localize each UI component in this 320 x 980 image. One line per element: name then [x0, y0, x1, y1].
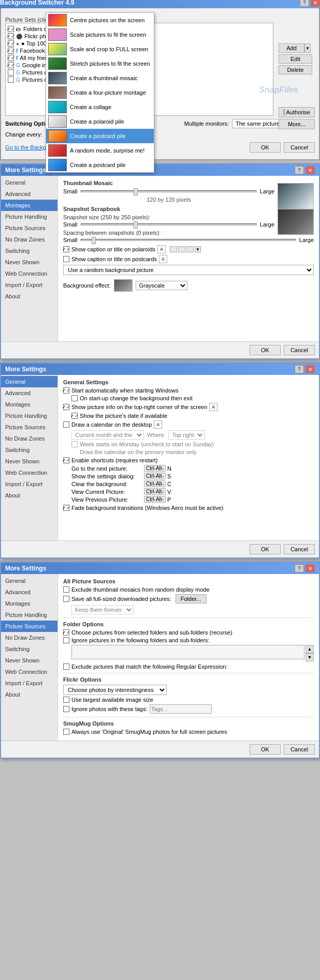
ms-help-montages[interactable]: ? [295, 166, 304, 174]
sidebar-item-import-export-s[interactable]: Import / Export [1, 677, 57, 689]
sidebar-item-advanced-g[interactable]: Advanced [1, 387, 57, 399]
flickr-sort-select[interactable]: Choose photos by interestingness [63, 685, 167, 695]
cb-start-auto[interactable]: ✓ [63, 387, 69, 394]
ms-close-sources[interactable]: ✕ [306, 564, 315, 572]
cb-ignore-tags[interactable] [63, 706, 69, 712]
cb-exclude-regex[interactable] [63, 664, 69, 670]
sidebar-item-picture-handling-g[interactable]: Picture Handling [1, 410, 57, 421]
dropdown-item-mosaic[interactable]: Create a thumbnail mosaic [46, 71, 154, 85]
cb-flickr[interactable]: ✓ [8, 33, 14, 39]
sidebar-item-montages-m[interactable]: Montages [1, 200, 57, 211]
snapshot-size-slider[interactable] [81, 223, 257, 225]
sidebar-item-general-g[interactable]: General [1, 376, 57, 387]
ok-button-main[interactable]: OK [250, 142, 281, 153]
cb-google2[interactable] [8, 77, 14, 83]
keep-forever-select[interactable]: Keep them forever [71, 605, 134, 614]
dropdown-item-centre[interactable]: Centre pictures on the screen [46, 13, 154, 27]
sidebar-item-about-s[interactable]: About [1, 689, 57, 700]
sidebar-item-switching-g[interactable]: Switching [1, 444, 57, 456]
cb-facebook[interactable]: ✓ [8, 48, 14, 54]
cb-flickr-top[interactable]: ✓ [8, 40, 14, 47]
sidebar-item-no-draw-m[interactable]: No Draw Zones [1, 234, 57, 245]
sidebar-item-about-g[interactable]: About [1, 490, 57, 501]
spacing-slider[interactable] [81, 239, 296, 241]
sidebar-item-web-connection-g[interactable]: Web Connection [1, 467, 57, 478]
ms-ok-sources[interactable]: OK [250, 744, 281, 755]
edit-button[interactable]: Edit [279, 54, 312, 64]
sidebar-item-switching-m[interactable]: Switching [1, 245, 57, 257]
sidebar-item-no-draw-g[interactable]: No Draw Zones [1, 433, 57, 444]
dropdown-item-random[interactable]: A random mode, surprise me! [46, 143, 154, 158]
cb-exit-after[interactable] [71, 395, 78, 401]
cb-week-starts[interactable] [71, 441, 78, 447]
ignore-folders-input[interactable] [71, 645, 304, 659]
folder-arrow-down[interactable]: ▼ [306, 653, 314, 661]
delete-button[interactable]: Delete [279, 65, 312, 74]
ms-close-montages[interactable]: ✕ [306, 166, 315, 174]
sidebar-item-montages-g[interactable]: Montages [1, 399, 57, 410]
ms-cancel-sources[interactable]: Cancel [284, 744, 315, 755]
dropdown-item-scale-fit[interactable]: Scale pictures to fit the screen [46, 27, 154, 42]
dropdown-item-montage[interactable]: Create a four-picture montage [46, 85, 154, 100]
dropdown-item-scale-crop[interactable]: Scale and crop to FULL screen [46, 42, 154, 56]
sidebar-item-picture-sources-m[interactable]: Picture Sources [1, 222, 57, 234]
cb-exclude-mosaics[interactable] [63, 586, 69, 593]
cb-smugmug-original[interactable] [63, 729, 69, 735]
cb-google[interactable]: ✓ [8, 62, 14, 68]
cb-folders[interactable]: ✓ [8, 26, 14, 32]
cb-google1[interactable] [8, 69, 14, 76]
dropdown-item-polaroid[interactable]: Create a polaroid pile [46, 114, 154, 129]
sidebar-item-web-connection-s[interactable]: Web Connection [1, 666, 57, 677]
cb-ignore-folders[interactable] [63, 637, 69, 643]
ms-close-general[interactable]: ✕ [306, 365, 315, 373]
cb-caption-polaroids[interactable]: ✓ [63, 246, 69, 252]
ms-cancel-general[interactable]: Cancel [284, 544, 315, 554]
sidebar-item-advanced-s[interactable]: Advanced [1, 586, 57, 598]
close-button-switcher[interactable]: ✕ [311, 0, 320, 7]
sidebar-item-never-shown-g[interactable]: Never Shown [1, 456, 57, 467]
sidebar-item-import-export-g[interactable]: Import / Export [1, 478, 57, 490]
ms-ok-general[interactable]: OK [250, 544, 281, 554]
cb-show-info[interactable]: ✓ [63, 404, 69, 410]
calendar-where-select[interactable]: Top right [168, 430, 205, 440]
sidebar-item-picture-sources-g[interactable]: Picture Sources [1, 421, 57, 433]
folder-btn[interactable]: Folder... [176, 594, 207, 604]
ms-cancel-montages[interactable]: Cancel [284, 345, 315, 355]
sidebar-item-no-draw-s[interactable]: No Draw Zones [1, 632, 57, 643]
add-button[interactable]: Add [279, 43, 304, 53]
add-dropdown-arrow[interactable]: ▼ [304, 43, 311, 53]
tags-input[interactable] [150, 704, 212, 714]
sidebar-item-picture-handling-m[interactable]: Picture Handling [1, 211, 57, 222]
cancel-button-main[interactable]: Cancel [284, 142, 315, 153]
help-button-switcher[interactable]: ? [300, 0, 309, 7]
cb-choose-pictures[interactable]: ✓ [63, 629, 69, 636]
cb-save-downloaded[interactable] [63, 596, 69, 602]
bg-select[interactable]: Use a random background picture [63, 265, 314, 275]
sidebar-item-never-shown-m[interactable]: Never Shown [1, 257, 57, 268]
cb-facebook-friends[interactable]: ✓ [8, 55, 14, 61]
cb-largest-image[interactable] [63, 697, 69, 703]
more-button[interactable]: More... [279, 119, 315, 129]
dropdown-item-collage[interactable]: Create a collage [46, 100, 154, 114]
sidebar-item-about-m[interactable]: About [1, 291, 57, 302]
sidebar-item-general-m[interactable]: General [1, 177, 57, 188]
ms-help-general[interactable]: ? [295, 365, 304, 373]
calendar-month-select[interactable]: Current month and the next two [71, 430, 144, 440]
thumbnail-size-slider[interactable] [81, 190, 257, 192]
authorise-button[interactable]: Authorise [279, 107, 315, 117]
dropdown-item-postcard2[interactable]: Create a postcard pile [46, 158, 154, 172]
sidebar-item-montages-s[interactable]: Montages [1, 598, 57, 609]
cb-shortcuts[interactable]: ✓ [63, 457, 69, 463]
ms-help-sources[interactable]: ? [295, 564, 304, 572]
cb-caption-postcards[interactable] [63, 256, 69, 262]
dropdown-item-postcard1[interactable]: Create a postcard pile [46, 129, 154, 143]
sidebar-item-never-shown-s[interactable]: Never Shown [1, 655, 57, 666]
sidebar-item-switching-s[interactable]: Switching [1, 643, 57, 655]
sidebar-item-import-export-m[interactable]: Import / Export [1, 279, 57, 291]
display-mode-dropdown[interactable]: Centre pictures on the screen Scale pict… [46, 12, 154, 173]
effect-select[interactable]: Grayscale [136, 281, 187, 290]
sidebar-item-advanced-m[interactable]: Advanced [1, 188, 57, 200]
dropdown-item-stretch[interactable]: Stretch pictures to fit the screen [46, 56, 154, 71]
sidebar-item-general-s[interactable]: General [1, 575, 57, 586]
sidebar-item-picture-handling-s[interactable]: Picture Handling [1, 609, 57, 621]
